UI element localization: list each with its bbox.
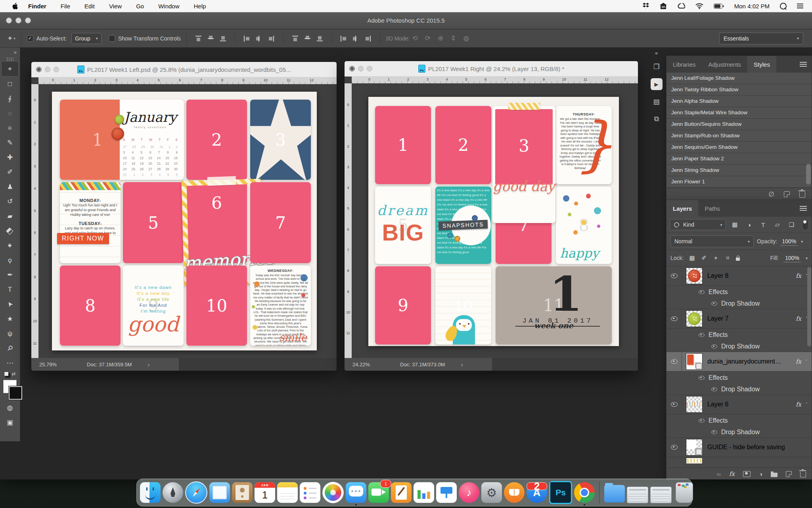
snapshots-card[interactable]: It's a new dawn It's a new day It's a ne… bbox=[435, 187, 491, 264]
style-item[interactable]: Jenn Twisty Ribbon Shadow bbox=[666, 84, 812, 96]
screen-mode-icon[interactable]: ▣ bbox=[0, 415, 20, 430]
dock-minimized-window[interactable] bbox=[627, 487, 648, 503]
filter-shape-icon[interactable]: ▱ bbox=[772, 221, 783, 228]
dock-safari[interactable] bbox=[185, 481, 207, 504]
distribute-left-edges-icon[interactable] bbox=[340, 35, 347, 42]
pocket-card-10[interactable]: 10 bbox=[186, 266, 247, 346]
fx-badge[interactable]: fx bbox=[796, 315, 801, 322]
minimize-button[interactable] bbox=[15, 17, 21, 23]
pen-tool[interactable]: ✒ bbox=[0, 267, 20, 282]
dock-photos[interactable] bbox=[322, 482, 344, 503]
dock-pages[interactable] bbox=[391, 482, 412, 503]
tab-libraries[interactable]: Libraries bbox=[666, 56, 702, 73]
menu-clock[interactable]: Mon 4:02 PM bbox=[734, 3, 770, 10]
layer-name[interactable]: Layer 8 bbox=[707, 272, 728, 279]
eye-icon[interactable] bbox=[711, 430, 717, 434]
close-button[interactable] bbox=[6, 17, 12, 23]
dock-trash[interactable] bbox=[676, 482, 693, 503]
healing-brush-tool[interactable]: ✚ bbox=[0, 150, 20, 165]
pocket-card-2[interactable]: 2 bbox=[186, 100, 247, 180]
lasso-tool[interactable]: ∮ bbox=[0, 91, 20, 106]
dock-reminders[interactable] bbox=[300, 482, 320, 503]
new-group-icon[interactable] bbox=[771, 473, 778, 477]
effects-row[interactable]: Effects bbox=[666, 414, 812, 427]
pocket-card-2[interactable]: 2 bbox=[435, 106, 491, 184]
visibility-toggle[interactable] bbox=[666, 352, 682, 371]
align-right-edges-icon[interactable] bbox=[268, 35, 275, 42]
clone-source-panel-icon[interactable]: ⧉ bbox=[647, 110, 666, 128]
menu-file[interactable]: File bbox=[61, 3, 70, 10]
visibility-toggle[interactable] bbox=[666, 438, 682, 457]
new-style-icon[interactable] bbox=[784, 191, 790, 197]
style-item[interactable]: Jenn Flower 1 bbox=[666, 176, 812, 188]
parallels-icon[interactable] bbox=[660, 3, 667, 9]
style-item[interactable]: Jenn Stamp/Rub-on Shadow bbox=[666, 130, 812, 142]
dock-numbers[interactable] bbox=[414, 482, 434, 503]
delete-layer-icon[interactable] bbox=[800, 472, 806, 477]
layer-name[interactable]: dunia_januarydocumented_w... bbox=[707, 358, 783, 365]
drop-shadow-row[interactable]: Drop Shadow bbox=[666, 384, 812, 395]
doc-close-button[interactable] bbox=[36, 67, 42, 72]
align-vertical-centers-icon[interactable] bbox=[207, 35, 214, 42]
brush-tool[interactable]: ✐ bbox=[0, 165, 20, 179]
spotlight-icon[interactable] bbox=[780, 3, 787, 10]
panel-menu-icon[interactable] bbox=[800, 62, 807, 67]
filter-smart-object-icon[interactable]: ❏ bbox=[786, 221, 797, 228]
layer-thumbnail[interactable] bbox=[686, 310, 703, 327]
shape-tool[interactable]: ★ bbox=[0, 312, 20, 326]
fx-badge[interactable]: fx bbox=[796, 358, 801, 365]
dock-app-store[interactable]: A2 bbox=[527, 482, 547, 503]
dodge-tool[interactable]: ϙ bbox=[0, 253, 20, 267]
filter-adjustment-icon[interactable]: ◑ bbox=[744, 221, 754, 228]
add-layer-mask-icon[interactable] bbox=[743, 471, 751, 477]
menu-finder[interactable]: Finder bbox=[28, 3, 46, 10]
tab-adjustments[interactable]: Adjustments bbox=[702, 56, 748, 73]
doc-minimize-button[interactable] bbox=[45, 67, 50, 72]
history-brush-tool[interactable]: ↺ bbox=[0, 194, 20, 209]
eye-icon[interactable] bbox=[671, 402, 678, 407]
doc-zoom-button[interactable] bbox=[54, 67, 59, 72]
expand-panels-icon[interactable]: « bbox=[647, 48, 666, 58]
marquee-tool[interactable]: □ bbox=[0, 77, 20, 91]
thursday-journal-card[interactable]: THURSDAY- We got a late start this morni… bbox=[556, 106, 612, 184]
paint-bucket-tool[interactable]: ◧ bbox=[0, 223, 20, 238]
eye-icon[interactable] bbox=[671, 359, 678, 364]
eye-icon[interactable] bbox=[699, 333, 704, 337]
eye-icon[interactable] bbox=[671, 316, 678, 321]
fill-value[interactable]: 100% bbox=[783, 254, 801, 262]
dock-keynote[interactable] bbox=[436, 482, 457, 503]
feeling-good-card[interactable]: 9 It's a new dawn It's a new day It's a … bbox=[123, 266, 184, 346]
default-colors-icon[interactable] bbox=[4, 371, 9, 376]
dock-notes[interactable] bbox=[277, 482, 298, 503]
lock-pixels-icon[interactable]: ✐ bbox=[700, 254, 707, 262]
layer-thumbnail[interactable] bbox=[686, 267, 703, 284]
align-top-edges-icon[interactable] bbox=[195, 35, 202, 42]
tab-layers[interactable]: Layers bbox=[666, 200, 698, 217]
layer-name[interactable]: GUIDE - hide before saving bbox=[707, 444, 785, 451]
zoom-level[interactable]: 25.79% bbox=[39, 362, 75, 368]
happy-card[interactable]: 8 happy bbox=[556, 187, 612, 264]
eye-icon[interactable] bbox=[699, 418, 704, 422]
workspace-dropdown[interactable]: Essentials▾ bbox=[719, 33, 803, 44]
pocket-card-1[interactable]: 1 bbox=[375, 106, 431, 184]
notification-center-icon[interactable] bbox=[797, 4, 803, 8]
menu-window[interactable]: Window bbox=[158, 3, 179, 10]
distribute-top-edges-icon[interactable] bbox=[291, 35, 299, 42]
zoom-level[interactable]: 24.22% bbox=[352, 362, 388, 368]
layer-thumbnail[interactable] bbox=[686, 353, 703, 370]
style-item[interactable]: Jenn String Shadow bbox=[666, 165, 812, 176]
dream-big-card[interactable]: 5 dream BIG bbox=[375, 187, 431, 264]
doc-zoom-button[interactable] bbox=[367, 66, 372, 71]
lock-all-icon[interactable] bbox=[736, 258, 740, 261]
doc-close-button[interactable] bbox=[349, 66, 355, 71]
blur-tool[interactable]: ♠ bbox=[0, 238, 20, 253]
style-item[interactable]: Jenn Button/Sequins Shadow bbox=[666, 119, 812, 130]
chevron-down-icon[interactable]: ▾ bbox=[801, 239, 803, 244]
kind-filter-dropdown[interactable]: Kind▾ bbox=[670, 219, 726, 230]
crop-tool[interactable]: ⌗ bbox=[0, 121, 20, 135]
dock-facetime[interactable]: 1 bbox=[368, 482, 389, 503]
distribute-right-edges-icon[interactable] bbox=[364, 35, 372, 42]
blend-mode-dropdown[interactable]: Normal▾ bbox=[670, 235, 754, 247]
dropbox-icon[interactable] bbox=[642, 3, 649, 9]
window-controls[interactable] bbox=[6, 17, 31, 23]
